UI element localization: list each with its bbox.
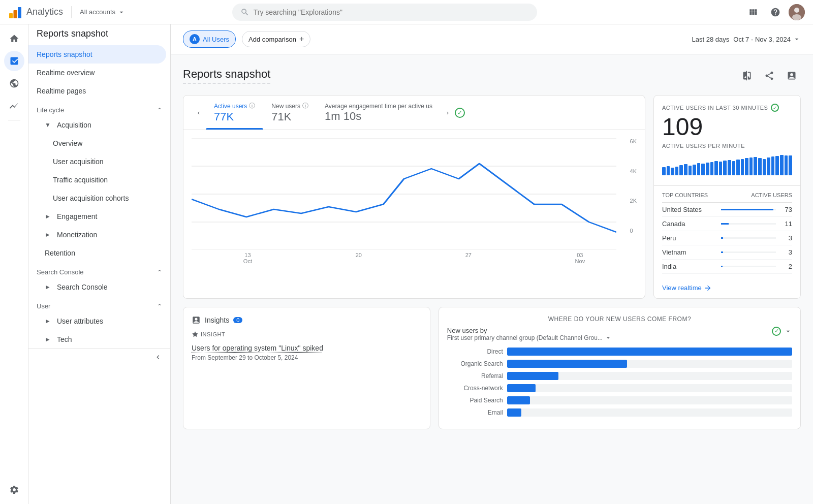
prev-metric-button[interactable]: ‹ — [192, 106, 206, 120]
avatar[interactable] — [789, 4, 805, 20]
sidebar-item-tech[interactable]: ► Tech — [28, 330, 166, 349]
mini-bar-11 — [706, 163, 709, 175]
search-input[interactable] — [254, 8, 529, 16]
bar-inner-email — [507, 408, 521, 417]
country-bar-us — [721, 209, 773, 210]
sidebar-item-retention[interactable]: Retention — [28, 244, 166, 262]
metric-tab-new-users[interactable]: New users ⓘ 71K — [263, 96, 317, 130]
help-icon-button[interactable] — [766, 3, 785, 21]
nav-bottom — [4, 480, 24, 500]
country-count-vn: 3 — [780, 248, 792, 256]
sidebar-item-overview[interactable]: Overview — [28, 134, 166, 152]
country-bar-in-container — [721, 266, 776, 267]
sidebar-item-user-acquisition[interactable]: User acquisition — [28, 152, 166, 171]
all-users-filter[interactable]: A All Users — [183, 30, 236, 48]
line-chart-svg — [192, 138, 616, 250]
insights-title: Insights — [205, 316, 229, 324]
compare-view-button[interactable] — [738, 67, 756, 85]
date-range-chevron — [793, 35, 801, 43]
section-lifecycle[interactable]: Life cycle ⌃ — [28, 100, 170, 116]
content-header: A All Users Add comparison + Last 28 day… — [171, 24, 813, 54]
grid-icon-button[interactable] — [744, 3, 762, 21]
bar-inner-organic — [507, 360, 627, 368]
sidebar-item-reports-snapshot[interactable]: Reports snapshot — [28, 45, 166, 64]
mini-bar-15 — [723, 161, 727, 175]
tech-label: Tech — [57, 335, 72, 343]
sidebar-item-search-console[interactable]: ► Search Console — [28, 278, 166, 296]
retention-label: Retention — [45, 249, 75, 257]
share-button[interactable] — [760, 67, 778, 85]
lifecycle-chevron[interactable]: ⌃ — [157, 107, 162, 114]
new-users-help-icon[interactable]: ⓘ — [302, 102, 308, 110]
nav-home[interactable] — [4, 28, 24, 49]
next-metric-button[interactable]: › — [441, 106, 455, 120]
engagement-expand-icon: ► — [45, 213, 53, 220]
tech-expand-icon: ► — [45, 336, 53, 343]
bar-cross-network: Cross-network — [447, 384, 792, 392]
sidebar-collapse-button[interactable] — [28, 349, 170, 365]
insight-tag: INSIGHT — [192, 331, 422, 338]
topbar-divider — [71, 6, 72, 18]
mini-bar-14 — [719, 162, 723, 175]
country-row-ca: Canada 11 — [662, 217, 792, 231]
search-console-expand-icon: ► — [45, 284, 53, 291]
metric-tab-avg-engagement[interactable]: Average engagement time per active us 1m… — [317, 97, 441, 129]
bar-email: Email — [447, 408, 792, 417]
sidebar-item-engagement[interactable]: ► Engagement — [28, 207, 166, 226]
add-comparison-filter[interactable]: Add comparison + — [242, 31, 310, 47]
user-chevron[interactable]: ⌃ — [157, 303, 162, 310]
svg-rect-1 — [14, 10, 17, 18]
active-users-label: Active users ⓘ — [214, 102, 255, 110]
settings-icon — [9, 485, 19, 495]
bar-inner-paid-search — [507, 396, 530, 404]
logo[interactable]: Analytics — [8, 5, 63, 19]
nav-reports[interactable] — [4, 51, 24, 71]
svg-rect-0 — [9, 13, 13, 18]
nav-settings[interactable] — [4, 480, 24, 500]
metric-tab-active-users[interactable]: Active users ⓘ 77K — [206, 96, 263, 130]
page-title: Reports snapshot — [183, 68, 270, 84]
insights-button[interactable] — [783, 67, 801, 85]
country-bar-ca — [721, 223, 729, 225]
date-range-value: Oct 7 - Nov 3, 2024 — [733, 36, 791, 43]
sidebar-item-monetization[interactable]: ► Monetization — [28, 226, 166, 244]
advertising-icon — [9, 101, 19, 111]
country-row-vn: Vietnam 3 — [662, 245, 792, 260]
sidebar-item-user-acquisition-cohorts[interactable]: User acquisition cohorts — [28, 189, 166, 207]
collapse-icon — [154, 353, 162, 361]
date-range-selector[interactable]: Last 28 days Oct 7 - Nov 3, 2024 — [692, 35, 801, 43]
nav-advertising[interactable] — [4, 96, 24, 116]
chart-container: 6K 4K 2K 0 13Oct 20 — [183, 130, 645, 272]
sidebar-item-realtime-pages[interactable]: Realtime pages — [28, 82, 166, 100]
mini-bar-17 — [732, 161, 736, 175]
mini-bar-9 — [697, 163, 701, 175]
lifecycle-label: Life cycle — [37, 106, 64, 114]
mini-bar-29 — [785, 155, 788, 175]
bottom-panels: Insights 0 INSIGHT Users for operating s… — [183, 307, 801, 429]
x-axis-labels: 13Oct 20 27 03Nov — [192, 250, 637, 264]
view-realtime-link[interactable]: View realtime — [654, 278, 800, 298]
section-user[interactable]: User ⌃ — [28, 296, 170, 312]
country-in: India — [662, 263, 717, 270]
nav-explore[interactable] — [4, 73, 24, 93]
main-layout: Reports snapshot Reports snapshot Realti… — [0, 24, 813, 504]
page-title-row: Reports snapshot — [183, 67, 801, 85]
check-circle: ✓ — [455, 108, 465, 118]
insights-title-row: Insights 0 — [192, 316, 422, 325]
section-search-console[interactable]: Search Console ⌃ — [28, 262, 170, 278]
grid-icon — [748, 7, 758, 17]
sidebar-item-traffic-acquisition[interactable]: Traffic acquisition — [28, 171, 166, 189]
all-users-icon: A — [190, 34, 200, 44]
active-users-help-icon[interactable]: ⓘ — [249, 102, 255, 110]
mini-bar-19 — [741, 159, 744, 175]
account-selector[interactable]: All accounts — [80, 8, 126, 16]
sidebar-item-user-attributes[interactable]: ► User attributes — [28, 312, 166, 330]
country-count-us: 73 — [780, 206, 792, 213]
main-chart-panel: ‹ Active users ⓘ 77K New users ⓘ — [183, 95, 645, 299]
all-users-label: All Users — [203, 36, 229, 43]
search-console-chevron[interactable]: ⌃ — [157, 269, 162, 276]
sidebar-item-acquisition[interactable]: ▼ Acquisition — [28, 116, 166, 134]
mini-bar-24 — [763, 159, 766, 175]
acquisition-expand-icon: ▼ — [45, 121, 53, 129]
sidebar-item-realtime-overview[interactable]: Realtime overview — [28, 64, 166, 82]
